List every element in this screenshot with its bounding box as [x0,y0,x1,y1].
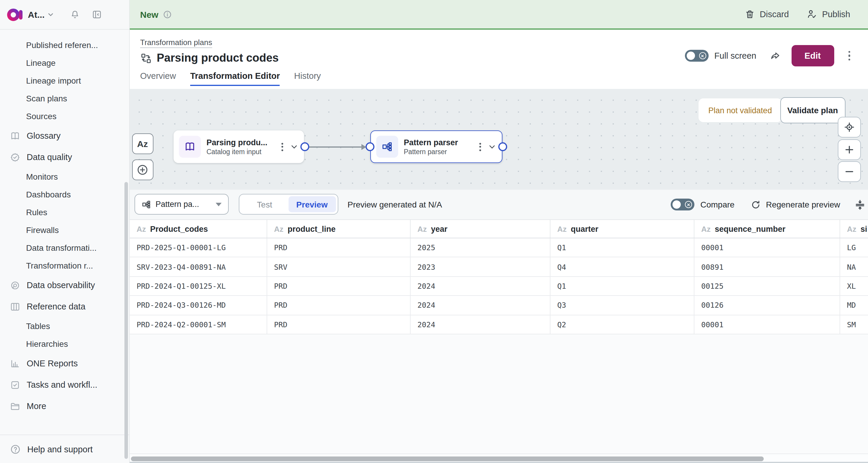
collapse-sidebar-icon[interactable] [92,9,102,20]
horizontal-scrollbar-thumb[interactable] [131,456,764,461]
refdata-icon [10,301,20,312]
step-selector-dropdown[interactable]: Pattern pa... [134,194,228,214]
fullscreen-label: Full screen [714,51,756,60]
info-icon[interactable] [163,10,172,19]
sidebar-item-data-quality[interactable]: Data quality [0,146,129,168]
breadcrumb[interactable]: Transformation plans [140,38,212,47]
table-cell: Q1 [550,277,694,295]
node-catalog-item-input[interactable]: Parsing produ... Catalog item input [173,131,304,163]
sidebar-item-tasks-and-workfl[interactable]: Tasks and workfl... [0,374,129,396]
discard-button[interactable]: Discard [745,9,789,19]
page-title: Parsing product codes [157,52,279,65]
zoom-in-button[interactable] [838,139,861,160]
compare-toggle[interactable]: ✕ [671,199,694,210]
table-cell: SRV [267,258,410,276]
table-row: PRD-2024-Q2-00001-SMPRD2024Q200001SM [129,315,868,335]
edit-button[interactable]: Edit [791,45,834,66]
flow-canvas[interactable]: Plan not validated Validate plan Az [129,89,868,190]
sidebar-item-label: Glossary [27,131,60,141]
tab-history[interactable]: History [294,71,321,86]
zoom-out-button[interactable] [838,161,861,182]
output-port[interactable] [498,142,507,151]
discard-label: Discard [760,9,789,19]
sidebar-item-one-reports[interactable]: ONE Reports [0,353,129,374]
node-kebab-icon[interactable] [279,141,285,153]
pattern-parser-icon [141,200,151,209]
sidebar-item-published-referen[interactable]: Published referen... [0,36,129,54]
table-cell: PRD [267,315,410,334]
sidebar-item-transformation-r[interactable]: Transformation r... [0,257,129,274]
sidebar-scrollbar[interactable] [124,182,128,459]
input-port[interactable] [365,142,374,151]
node-kebab-icon[interactable] [477,141,483,153]
sidebar-item-data-observability[interactable]: Data observability [0,274,129,296]
reports-icon [10,358,20,369]
notifications-bell-icon[interactable] [70,9,80,20]
table-cell: XL [840,277,868,295]
sidebar-item-scan-plans[interactable]: Scan plans [0,89,129,107]
workspace-name[interactable]: At... [28,9,45,20]
sidebar-item-sources[interactable]: Sources [0,107,129,125]
observability-icon [10,280,20,290]
string-type-icon: Az [557,224,567,233]
draft-status-label: New [140,9,158,19]
ataccama-logo-icon[interactable] [7,7,23,22]
sidebar-item-lineage-import[interactable]: Lineage import [0,72,129,89]
table-cell: NA [840,258,868,276]
sidebar-item-hierarchies[interactable]: Hierarchies [0,335,129,353]
column-name: product_line [288,224,336,233]
fullscreen-toggle[interactable]: ✕ [685,50,708,62]
regenerate-preview-button[interactable]: Regenerate preview [766,200,840,209]
table-cell: Q4 [550,258,694,276]
sidebar-item-firewalls[interactable]: Firewalls [0,221,129,239]
trash-icon [745,9,755,19]
publish-button[interactable]: Publish [807,9,850,20]
refresh-icon[interactable] [750,200,761,209]
test-mode-button[interactable]: Test [241,196,288,212]
sidebar-item-label: Sources [26,112,57,121]
more-actions-kebab-icon[interactable] [847,50,851,62]
text-tool-button[interactable]: Az [132,134,153,154]
sidebar-item-reference-data[interactable]: Reference data [0,296,129,317]
table-cell: PRD-2024-Q2-00001-SM [129,315,267,334]
collapse-panel-icon[interactable] [855,199,866,210]
table-cell: Q1 [550,238,694,257]
sidebar-item-label: Lineage [26,58,56,67]
string-type-icon: Az [847,224,857,233]
column-header-si: Azsi [840,220,868,238]
validate-plan-button[interactable]: Validate plan [780,97,845,123]
table-empty-area [129,335,868,454]
table-cell: PRD-2025-Q1-00001-LG [129,238,267,257]
preview-generated-text: Preview generated at N/A [347,190,442,219]
share-icon[interactable] [769,50,781,61]
sidebar-item-lineage[interactable]: Lineage [0,54,129,72]
sidebar-item-label: Lineage import [26,76,81,85]
sidebar-item-label: Reference data [27,302,85,311]
table-cell: 00001 [694,315,840,334]
string-type-icon: Az [701,224,711,233]
sidebar-item-data-transformati[interactable]: Data transformati... [0,239,129,257]
sidebar-item-more[interactable]: More [0,396,129,417]
node-chevron-down-icon[interactable] [290,143,298,151]
node-chevron-down-icon[interactable] [488,143,496,151]
sidebar-item-help-and-support[interactable]: Help and support [0,435,129,463]
tasks-icon [10,380,20,390]
help-label: Help and support [27,444,93,454]
sidebar-item-glossary[interactable]: Glossary [0,125,129,146]
sidebar-item-rules[interactable]: Rules [0,203,129,221]
node-pattern-parser[interactable]: Pattern parser Pattern parser [370,131,502,163]
tab-transformation-editor[interactable]: Transformation Editor [190,71,280,86]
output-port[interactable] [300,142,309,151]
column-name: sequence_number [715,224,786,233]
tab-bar: Overview Transformation Editor History [140,71,868,86]
sidebar-item-monitors[interactable]: Monitors [0,168,129,185]
sidebar-item-dashboards[interactable]: Dashboards [0,185,129,203]
tab-overview[interactable]: Overview [140,71,176,86]
sidebar-item-tables[interactable]: Tables [0,317,129,335]
column-header-quarter: Azquarter [550,220,694,238]
fit-view-button[interactable] [838,117,861,138]
workspace-chevron-down-icon[interactable] [48,11,54,18]
add-node-button[interactable] [132,160,153,180]
preview-mode-button[interactable]: Preview [288,196,336,212]
column-name: year [431,224,447,233]
